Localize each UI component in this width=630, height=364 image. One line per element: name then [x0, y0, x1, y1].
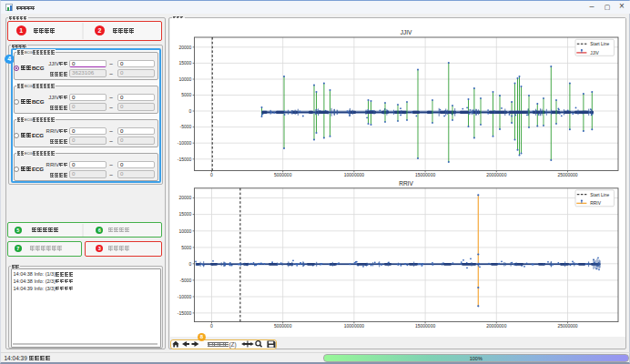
svg-text:5000000: 5000000: [273, 172, 291, 177]
svg-text:15000000: 15000000: [414, 323, 434, 329]
svg-text:-10000: -10000: [177, 294, 191, 299]
svg-text:0: 0: [210, 172, 213, 177]
svg-text:5000000: 5000000: [273, 323, 291, 329]
svg-text:0: 0: [210, 323, 213, 329]
svg-text:15000000: 15000000: [414, 172, 434, 177]
svg-text:-10000: -10000: [177, 140, 191, 146]
svg-text:20000000: 20000000: [486, 323, 506, 329]
svg-text:RRIV: RRIV: [399, 180, 413, 187]
svg-text:10000: 10000: [178, 76, 191, 82]
svg-text:25000000: 25000000: [557, 323, 577, 329]
svg-text:5000: 5000: [181, 245, 191, 250]
svg-text:Start Line: Start Line: [590, 42, 609, 46]
svg-text:JJIV: JJIV: [400, 29, 412, 35]
svg-text:JJIV: JJIV: [590, 51, 599, 56]
svg-text:10000000: 10000000: [343, 172, 363, 177]
svg-text:10000000: 10000000: [343, 323, 363, 329]
svg-text:15000: 15000: [178, 60, 191, 66]
svg-text:Start Line: Start Line: [590, 193, 609, 197]
svg-text:20000: 20000: [178, 45, 191, 50]
svg-text:0: 0: [188, 108, 191, 114]
svg-text:10000: 10000: [178, 228, 191, 234]
svg-text:-15000: -15000: [177, 310, 191, 316]
svg-text:RRIV: RRIV: [590, 201, 601, 206]
svg-text:-5000: -5000: [179, 278, 191, 283]
svg-text:0: 0: [188, 261, 191, 267]
svg-text:5000: 5000: [181, 92, 191, 97]
svg-text:15000: 15000: [178, 211, 191, 217]
svg-text:-5000: -5000: [179, 124, 191, 129]
svg-text:20000000: 20000000: [486, 172, 506, 177]
svg-text:-15000: -15000: [177, 157, 191, 162]
svg-text:25000000: 25000000: [557, 172, 577, 177]
svg-text:20000: 20000: [178, 195, 191, 200]
